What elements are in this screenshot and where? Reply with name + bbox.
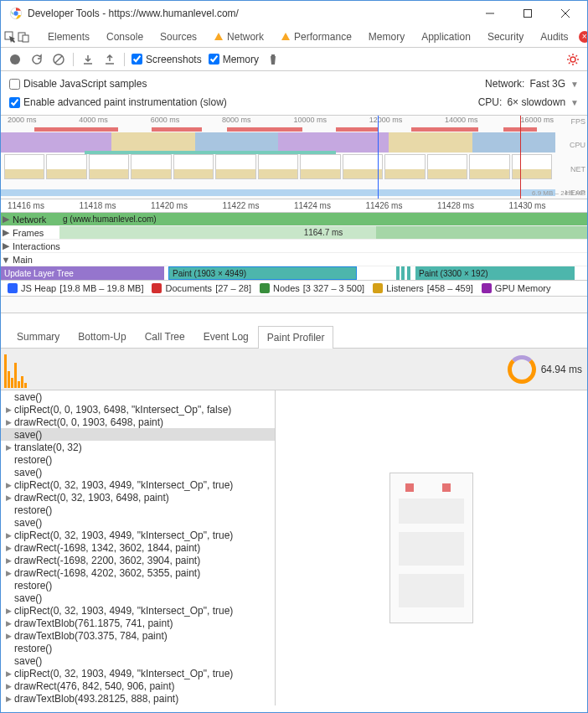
memory-legend: JS Heap[19.8 MB – 19.8 MB] Documents[27 … <box>1 280 587 297</box>
clear-button[interactable] <box>51 52 66 67</box>
network-label: Network: <box>485 78 524 90</box>
paint-profiler-overview[interactable]: 64.94 ms <box>1 349 587 390</box>
time-ruler[interactable]: 11416 ms11418 ms11420 ms11422 ms11424 ms… <box>1 199 587 213</box>
profiler-donut-icon <box>508 355 536 384</box>
chrome-icon <box>9 7 23 20</box>
record-button[interactable] <box>8 52 23 67</box>
paint-command[interactable]: save() <box>1 466 275 478</box>
capture-settings: Disable JavaScript samples Network:Fast … <box>1 71 587 116</box>
paint-command[interactable]: ▶drawRect(0, 0, 1903, 6498, paint) <box>1 416 275 428</box>
docs-toggle[interactable]: Documents[27 – 28] <box>152 283 250 293</box>
window-titlebar: Developer Tools - https://www.humanlevel… <box>1 1 587 26</box>
details-tabs: SummaryBottom-UpCall TreeEvent LogPaint … <box>1 327 587 349</box>
perf-toolbar: Screenshots Memory <box>1 48 587 71</box>
network-row[interactable]: ▶Networkg (www.humanlevel.com) <box>1 213 587 226</box>
svg-point-9 <box>10 54 20 65</box>
tab-console[interactable]: Console <box>98 26 152 48</box>
paint-command[interactable]: save() <box>1 654 275 667</box>
minimize-button[interactable] <box>471 2 508 26</box>
tab-network[interactable]: Network <box>205 26 272 48</box>
svg-line-11 <box>55 56 62 63</box>
paint-command[interactable]: ▶drawRect(-1698, 2200, 3602, 3904, paint… <box>1 554 275 566</box>
memory-checkbox[interactable]: Memory <box>209 54 259 65</box>
device-toggle-icon[interactable] <box>18 27 29 47</box>
subtab-event-log[interactable]: Event Log <box>194 325 258 348</box>
warning-icon <box>214 32 224 42</box>
tab-memory[interactable]: Memory <box>360 26 413 48</box>
cpu-ov-label: CPU <box>565 141 585 149</box>
error-badge[interactable]: × 1 <box>579 31 588 43</box>
enable-paint-checkbox[interactable]: Enable advanced paint instrumentation (s… <box>9 96 227 108</box>
timeline-overview[interactable]: 2000 ms4000 ms6000 ms8000 ms10000 ms1200… <box>1 116 587 199</box>
paint-command[interactable]: save() <box>1 592 275 604</box>
cpu-select[interactable]: 6× slowdown▼ <box>507 96 579 108</box>
update-layer-tree-block[interactable]: Update Layer Tree <box>1 266 164 280</box>
svg-point-12 <box>570 57 575 62</box>
paint-command[interactable]: ▶drawRect(0, 32, 1903, 6498, paint) <box>1 491 275 504</box>
paint-command[interactable]: restore() <box>1 579 275 592</box>
disable-js-checkbox[interactable]: Disable JavaScript samples <box>9 78 147 90</box>
paint-command[interactable]: save() <box>1 516 275 529</box>
paint-command[interactable]: ▶clipRect(0, 32, 1903, 4949, "kIntersect… <box>1 529 275 541</box>
paint-command[interactable]: ▶clipRect(0, 32, 1903, 4949, "kIntersect… <box>1 667 275 679</box>
paint-command[interactable]: restore() <box>1 504 275 516</box>
tab-security[interactable]: Security <box>479 26 532 48</box>
garbage-icon[interactable] <box>266 52 281 67</box>
subtab-summary[interactable]: Summary <box>8 325 69 348</box>
tab-application[interactable]: Application <box>413 26 479 48</box>
memory-chart[interactable] <box>1 297 587 313</box>
paint-command[interactable]: ▶drawRect(-1698, 1342, 3602, 1844, paint… <box>1 541 275 554</box>
subtab-call-tree[interactable]: Call Tree <box>136 325 194 348</box>
paint-command[interactable]: ▶translate(0, 32) <box>1 441 275 453</box>
svg-point-1 <box>13 11 18 15</box>
error-icon: × <box>579 31 588 43</box>
frames-row[interactable]: ▶Frames1164.7 ms <box>1 226 587 240</box>
paint-command[interactable]: restore() <box>1 453 275 466</box>
network-select[interactable]: Fast 3G▼ <box>529 78 579 90</box>
paint-command-list[interactable]: save()▶clipRect(0, 0, 1903, 6498, "kInte… <box>1 390 276 705</box>
subtab-bottom-up[interactable]: Bottom-Up <box>69 325 135 348</box>
main-row[interactable]: ▼Main <box>1 253 587 266</box>
paint-block-1[interactable]: Paint (1903 × 4949) <box>168 266 357 280</box>
profiler-time: 64.94 ms <box>541 364 582 375</box>
warning-icon <box>281 32 291 42</box>
subtab-paint-profiler[interactable]: Paint Profiler <box>258 326 334 349</box>
nodes-toggle[interactable]: Nodes[3 327 – 3 500] <box>260 283 364 293</box>
paint-command[interactable]: ▶drawTextBlob(703.375, 784, paint) <box>1 629 275 642</box>
paint-command[interactable]: ▶clipRect(0, 0, 1903, 6498, "kIntersect_… <box>1 403 275 416</box>
window-title: Developer Tools - https://www.humanlevel… <box>28 8 471 19</box>
net-label: NET <box>565 165 585 173</box>
interactions-row[interactable]: ▶Interactions <box>1 240 587 253</box>
paint-profiler-panel: save()▶clipRect(0, 0, 1903, 6498, "kInte… <box>1 390 587 705</box>
paint-block-2[interactable]: Paint (3300 × 192) <box>415 266 575 280</box>
reload-button[interactable] <box>29 52 44 67</box>
paint-command[interactable]: save() <box>1 390 275 403</box>
load-button[interactable] <box>80 52 95 67</box>
paint-command[interactable]: ▶clipRect(0, 32, 1903, 4949, "kIntersect… <box>1 604 275 617</box>
paint-command[interactable]: ▶drawTextBlob(761.1875, 741, paint) <box>1 617 275 629</box>
tab-elements[interactable]: Elements <box>39 26 98 48</box>
paint-command[interactable]: restore() <box>1 642 275 654</box>
svg-rect-3 <box>524 10 531 18</box>
flame-chart[interactable]: ▶Networkg (www.humanlevel.com) ▶Frames11… <box>1 213 587 280</box>
fps-label: FPS <box>565 117 585 126</box>
paint-command[interactable]: save() <box>1 428 275 441</box>
gear-icon[interactable] <box>565 52 580 67</box>
paint-command[interactable]: ▶drawRect(-1698, 4202, 3602, 5355, paint… <box>1 566 275 579</box>
tab-sources[interactable]: Sources <box>152 26 205 48</box>
tab-performance[interactable]: Performance <box>272 26 360 48</box>
inspect-icon[interactable] <box>4 27 16 47</box>
maximize-button[interactable] <box>508 2 546 26</box>
cpu-label: CPU: <box>478 96 503 108</box>
jsheap-toggle[interactable]: JS Heap[19.8 MB – 19.8 MB] <box>8 283 143 293</box>
close-button[interactable] <box>546 2 584 26</box>
paint-command[interactable]: ▶clipRect(0, 32, 1903, 4949, "kIntersect… <box>1 478 275 491</box>
save-button[interactable] <box>102 52 117 67</box>
paint-command[interactable]: ▶drawRect(476, 842, 540, 906, paint) <box>1 679 275 692</box>
tab-audits[interactable]: Audits <box>532 26 576 48</box>
paint-command[interactable]: ▶drawTextBlob(493.28125, 888, paint) <box>1 692 275 705</box>
listeners-toggle[interactable]: Listeners[458 – 459] <box>373 283 473 293</box>
screenshots-checkbox[interactable]: Screenshots <box>132 54 202 65</box>
paint-preview <box>276 390 587 705</box>
gpu-toggle[interactable]: GPU Memory <box>482 283 551 293</box>
